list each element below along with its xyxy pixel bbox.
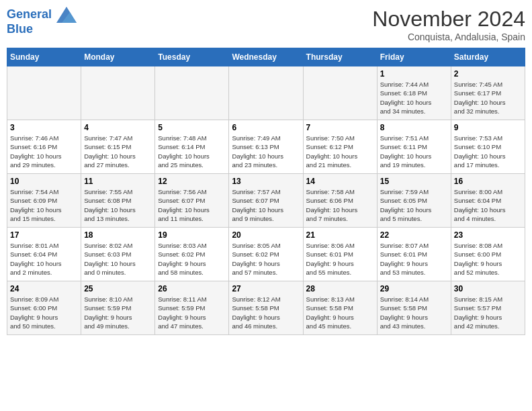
day-number: 15 [380, 177, 448, 186]
day-number: 18 [84, 230, 152, 240]
header-wednesday: Wednesday [229, 48, 303, 66]
day-number: 23 [454, 230, 522, 240]
day-info: Sunrise: 7:48 AM Sunset: 6:14 PM Dayligh… [158, 134, 226, 169]
day-info: Sunrise: 8:03 AM Sunset: 6:02 PM Dayligh… [158, 241, 226, 277]
day-number: 3 [10, 123, 78, 132]
calendar-cell: 3Sunrise: 7:46 AM Sunset: 6:16 PM Daylig… [7, 120, 81, 174]
day-info: Sunrise: 8:11 AM Sunset: 5:59 PM Dayligh… [158, 295, 226, 330]
calendar-cell: 6Sunrise: 7:49 AM Sunset: 6:13 PM Daylig… [229, 120, 303, 174]
header-friday: Friday [377, 48, 451, 66]
month-title: November 2024 [372, 7, 525, 32]
calendar-header: SundayMondayTuesdayWednesdayThursdayFrid… [7, 48, 525, 66]
calendar-cell: 22Sunrise: 8:07 AM Sunset: 6:01 PM Dayli… [377, 228, 451, 281]
day-info: Sunrise: 7:49 AM Sunset: 6:13 PM Dayligh… [232, 134, 300, 169]
day-info: Sunrise: 8:14 AM Sunset: 5:58 PM Dayligh… [380, 295, 448, 330]
logo-icon [56, 7, 77, 23]
header-thursday: Thursday [303, 48, 377, 66]
calendar-cell: 18Sunrise: 8:02 AM Sunset: 6:03 PM Dayli… [81, 228, 155, 281]
calendar-body: 1Sunrise: 7:44 AM Sunset: 6:18 PM Daylig… [7, 66, 525, 335]
day-number: 22 [380, 230, 448, 240]
day-info: Sunrise: 7:46 AM Sunset: 6:16 PM Dayligh… [10, 134, 78, 169]
calendar-cell: 17Sunrise: 8:01 AM Sunset: 6:04 PM Dayli… [7, 228, 81, 281]
day-info: Sunrise: 7:44 AM Sunset: 6:18 PM Dayligh… [380, 80, 448, 116]
week-row-3: 17Sunrise: 8:01 AM Sunset: 6:04 PM Dayli… [7, 228, 525, 281]
day-info: Sunrise: 7:51 AM Sunset: 6:11 PM Dayligh… [380, 134, 448, 169]
week-row-0: 1Sunrise: 7:44 AM Sunset: 6:18 PM Daylig… [7, 66, 525, 120]
day-info: Sunrise: 7:55 AM Sunset: 6:08 PM Dayligh… [84, 187, 152, 223]
calendar-cell: 25Sunrise: 8:10 AM Sunset: 5:59 PM Dayli… [81, 281, 155, 335]
day-number: 6 [232, 123, 300, 132]
day-info: Sunrise: 8:13 AM Sunset: 5:58 PM Dayligh… [306, 295, 374, 330]
day-number: 13 [232, 177, 300, 186]
day-number: 21 [306, 230, 374, 240]
day-info: Sunrise: 7:53 AM Sunset: 6:10 PM Dayligh… [454, 134, 522, 169]
calendar-table: SundayMondayTuesdayWednesdayThursdayFrid… [7, 48, 525, 335]
page-header: General Blue November 2024 Conquista, An… [7, 7, 525, 42]
day-info: Sunrise: 7:47 AM Sunset: 6:15 PM Dayligh… [84, 134, 152, 169]
logo-line2: Blue [7, 22, 33, 36]
day-info: Sunrise: 8:07 AM Sunset: 6:01 PM Dayligh… [380, 241, 448, 277]
day-number: 4 [84, 123, 152, 132]
day-info: Sunrise: 8:00 AM Sunset: 6:04 PM Dayligh… [454, 187, 522, 223]
day-info: Sunrise: 8:10 AM Sunset: 5:59 PM Dayligh… [84, 295, 152, 330]
day-info: Sunrise: 8:01 AM Sunset: 6:04 PM Dayligh… [10, 241, 78, 277]
day-info: Sunrise: 7:58 AM Sunset: 6:06 PM Dayligh… [306, 187, 374, 223]
calendar-cell [81, 66, 155, 120]
day-info: Sunrise: 8:09 AM Sunset: 6:00 PM Dayligh… [10, 295, 78, 330]
calendar-cell: 8Sunrise: 7:51 AM Sunset: 6:11 PM Daylig… [377, 120, 451, 174]
day-info: Sunrise: 8:02 AM Sunset: 6:03 PM Dayligh… [84, 241, 152, 277]
day-number: 5 [158, 123, 226, 132]
calendar-cell: 27Sunrise: 8:12 AM Sunset: 5:58 PM Dayli… [229, 281, 303, 335]
calendar-cell [7, 66, 81, 120]
calendar-cell [155, 66, 229, 120]
header-saturday: Saturday [451, 48, 525, 66]
calendar-cell: 7Sunrise: 7:50 AM Sunset: 6:12 PM Daylig… [303, 120, 377, 174]
day-info: Sunrise: 8:15 AM Sunset: 5:57 PM Dayligh… [454, 295, 522, 330]
calendar-cell: 13Sunrise: 7:57 AM Sunset: 6:07 PM Dayli… [229, 174, 303, 228]
day-number: 20 [232, 230, 300, 240]
week-row-4: 24Sunrise: 8:09 AM Sunset: 6:00 PM Dayli… [7, 281, 525, 335]
calendar-cell: 11Sunrise: 7:55 AM Sunset: 6:08 PM Dayli… [81, 174, 155, 228]
day-info: Sunrise: 8:06 AM Sunset: 6:01 PM Dayligh… [306, 241, 374, 277]
calendar-cell: 23Sunrise: 8:08 AM Sunset: 6:00 PM Dayli… [451, 228, 525, 281]
location-subtitle: Conquista, Andalusia, Spain [372, 32, 525, 42]
calendar-cell: 30Sunrise: 8:15 AM Sunset: 5:57 PM Dayli… [451, 281, 525, 335]
day-number: 14 [306, 177, 374, 186]
day-number: 2 [454, 69, 522, 79]
day-number: 11 [84, 177, 152, 186]
day-number: 9 [454, 123, 522, 132]
calendar-cell [303, 66, 377, 120]
calendar-cell: 10Sunrise: 7:54 AM Sunset: 6:09 PM Dayli… [7, 174, 81, 228]
header-row: SundayMondayTuesdayWednesdayThursdayFrid… [7, 48, 525, 66]
day-number: 1 [380, 69, 448, 79]
day-info: Sunrise: 7:45 AM Sunset: 6:17 PM Dayligh… [454, 80, 522, 116]
calendar-cell: 9Sunrise: 7:53 AM Sunset: 6:10 PM Daylig… [451, 120, 525, 174]
day-number: 27 [232, 284, 300, 293]
day-number: 7 [306, 123, 374, 132]
week-row-1: 3Sunrise: 7:46 AM Sunset: 6:16 PM Daylig… [7, 120, 525, 174]
day-number: 30 [454, 284, 522, 293]
header-sunday: Sunday [7, 48, 81, 66]
day-number: 12 [158, 177, 226, 186]
day-number: 19 [158, 230, 226, 240]
calendar-cell: 19Sunrise: 8:03 AM Sunset: 6:02 PM Dayli… [155, 228, 229, 281]
calendar-cell: 24Sunrise: 8:09 AM Sunset: 6:00 PM Dayli… [7, 281, 81, 335]
day-number: 8 [380, 123, 448, 132]
day-number: 29 [380, 284, 448, 293]
calendar-cell: 12Sunrise: 7:56 AM Sunset: 6:07 PM Dayli… [155, 174, 229, 228]
calendar-cell: 16Sunrise: 8:00 AM Sunset: 6:04 PM Dayli… [451, 174, 525, 228]
day-info: Sunrise: 7:56 AM Sunset: 6:07 PM Dayligh… [158, 187, 226, 223]
day-info: Sunrise: 7:50 AM Sunset: 6:12 PM Dayligh… [306, 134, 374, 169]
calendar-cell: 14Sunrise: 7:58 AM Sunset: 6:06 PM Dayli… [303, 174, 377, 228]
week-row-2: 10Sunrise: 7:54 AM Sunset: 6:09 PM Dayli… [7, 174, 525, 228]
calendar-cell: 5Sunrise: 7:48 AM Sunset: 6:14 PM Daylig… [155, 120, 229, 174]
day-info: Sunrise: 7:54 AM Sunset: 6:09 PM Dayligh… [10, 187, 78, 223]
header-tuesday: Tuesday [155, 48, 229, 66]
calendar-cell [229, 66, 303, 120]
logo-text: General Blue [7, 7, 78, 36]
day-info: Sunrise: 7:57 AM Sunset: 6:07 PM Dayligh… [232, 187, 300, 223]
day-info: Sunrise: 8:05 AM Sunset: 6:02 PM Dayligh… [232, 241, 300, 277]
calendar-cell: 29Sunrise: 8:14 AM Sunset: 5:58 PM Dayli… [377, 281, 451, 335]
calendar-cell: 26Sunrise: 8:11 AM Sunset: 5:59 PM Dayli… [155, 281, 229, 335]
day-number: 10 [10, 177, 78, 186]
